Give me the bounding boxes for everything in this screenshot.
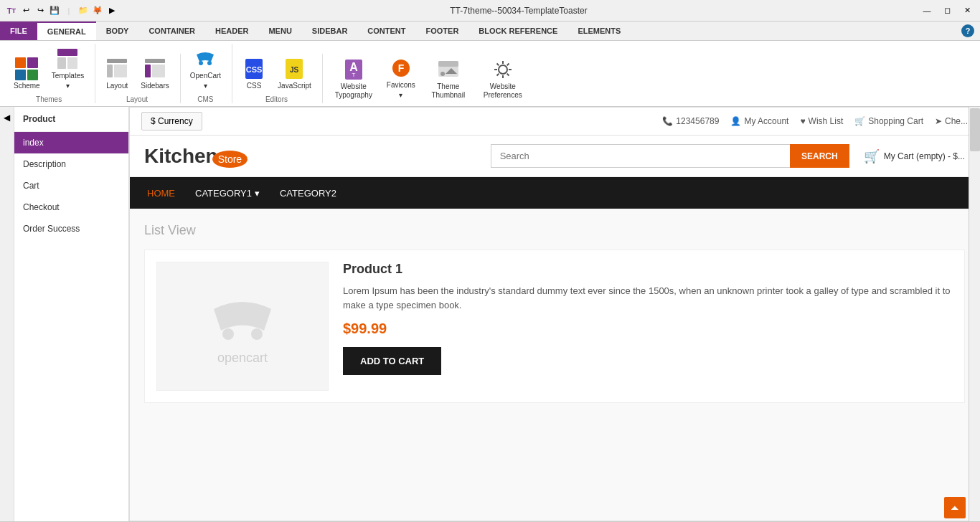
scheme-button[interactable]: Scheme [9, 54, 45, 94]
sidebar-header: Product [14, 107, 128, 132]
launch-icon[interactable]: ▶ [106, 5, 118, 16]
shopping-cart-info[interactable]: 🛒 Shopping Cart [854, 116, 923, 126]
sidebar-item-checkout-label: Checkout [23, 202, 60, 212]
open-local-btn[interactable]: 📁 [77, 5, 89, 16]
title-bar-left: TT ↩ ↪ 💾 | 📁 🦊 ▶ [6, 5, 118, 16]
account-info[interactable]: 👤 My Account [730, 116, 788, 126]
tab-container[interactable]: CONTAINER [138, 22, 205, 40]
tab-file[interactable]: FILE [0, 22, 37, 40]
redo-btn[interactable]: ↪ [34, 5, 46, 16]
tab-elements[interactable]: ELEMENTS [567, 22, 631, 40]
tab-sidebar[interactable]: SIDEBAR [302, 22, 358, 40]
themes-group-label: Themes [9, 95, 89, 103]
nav-category1-arrow: ▾ [255, 188, 260, 199]
opencart-button[interactable]: OpenCart ▾ [185, 44, 226, 94]
tab-block-reference[interactable]: BLOCK REFERENCE [468, 22, 567, 40]
extra-items: A T Website Typography F Favicons ▾ [327, 53, 529, 103]
svg-point-9 [199, 61, 203, 65]
product-image-placeholder: opencart [207, 288, 278, 366]
nav-item-home[interactable]: HOME [144, 179, 178, 207]
website-typography-button[interactable]: A T Website Typography [327, 54, 380, 103]
product-description: Lorem Ipsum has been the industry's stan… [343, 284, 953, 312]
opencart-watermark: opencart [217, 351, 268, 366]
product-image: opencart [156, 262, 329, 391]
cart-header-icon: 🛒 [864, 148, 880, 164]
ribbon-group-cms: OpenCart ▾ CMS [182, 44, 232, 103]
tab-footer[interactable]: FOOTER [416, 22, 469, 40]
nav-item-category1[interactable]: CATEGORY1 ▾ [192, 179, 263, 207]
svg-point-10 [207, 61, 212, 65]
nav-item-category2[interactable]: CATEGORY2 [277, 179, 339, 207]
sidebar-item-description-label: Description [23, 159, 66, 169]
layout-button[interactable]: Layout [100, 54, 134, 94]
tab-content[interactable]: CONTENT [357, 22, 415, 40]
sidebar-collapse-btn[interactable]: ◀ [0, 107, 14, 521]
phone-icon: 📞 [662, 116, 673, 126]
close-btn[interactable]: ✕ [960, 5, 974, 16]
svg-point-24 [222, 328, 234, 340]
tab-general[interactable]: GENERAL [37, 22, 96, 40]
help-icon[interactable]: ? [961, 24, 974, 37]
shopping-cart-label: Shopping Cart [868, 116, 923, 126]
javascript-button[interactable]: JS JavaScript [273, 54, 316, 94]
tab-body[interactable]: BODY [96, 22, 139, 40]
search-button-label: SEARCH [801, 151, 838, 161]
tab-menu[interactable]: MENU [258, 22, 301, 40]
sidebar-item-order-success[interactable]: Order Success [14, 218, 128, 239]
window-title: TT-7theme--50034-TemplateToaster [118, 6, 920, 16]
add-to-cart-button[interactable]: ADD TO CART [343, 347, 441, 375]
scroll-to-top-btn[interactable]: ⏶ [944, 497, 966, 518]
theme-thumbnail-button[interactable]: Theme Thumbnail [422, 54, 475, 103]
ribbon-group-themes: Scheme Templates ▾ Themes [6, 44, 95, 103]
sidebar-item-cart-label: Cart [23, 181, 39, 191]
checkout-info[interactable]: ➤ Che... [935, 116, 968, 126]
wishlist-info[interactable]: ♥ Wish List [800, 116, 843, 126]
wishlist-label: Wish List [809, 116, 844, 126]
nav-category2-label: CATEGORY2 [280, 188, 336, 199]
collapse-icon: ◀ [4, 113, 10, 123]
minimize-btn[interactable]: — [920, 5, 934, 16]
favicons-button[interactable]: F Favicons ▾ [382, 53, 420, 103]
ribbon-tabs: FILE GENERAL BODY CONTAINER HEADER MENU … [0, 22, 980, 41]
opencart-label: OpenCart [190, 72, 221, 80]
title-bar: TT ↩ ↪ 💾 | 📁 🦊 ▶ TT-7theme--50034-Templa… [0, 0, 980, 22]
currency-label: Currency [158, 116, 193, 126]
css-button[interactable]: CSS CSS [237, 54, 271, 94]
search-button[interactable]: SEARCH [790, 144, 849, 168]
browser-icon[interactable]: 🦊 [92, 5, 103, 16]
editors-group-label: Editors [237, 95, 316, 103]
app-icon: TT [6, 5, 17, 16]
themes-items: Scheme Templates ▾ [9, 44, 89, 94]
sidebar-item-index[interactable]: index [14, 132, 128, 153]
heart-icon: ♥ [800, 116, 805, 126]
cart-header-info[interactable]: 🛒 My Cart (empty) - $... [864, 148, 965, 164]
sidebar-item-checkout[interactable]: Checkout [14, 196, 128, 218]
search-input[interactable] [491, 144, 790, 168]
cart-header-text: My Cart (empty) - $... [884, 151, 965, 161]
vertical-scrollbar[interactable] [969, 107, 980, 521]
sidebar-item-description[interactable]: Description [14, 153, 128, 175]
left-sidebar: Product index Description Cart Checkout … [14, 107, 129, 521]
list-view-title: List View [144, 223, 965, 238]
save-btn[interactable]: 💾 [49, 5, 60, 16]
currency-button[interactable]: $ Currency [141, 112, 202, 130]
logo-sub-text: Store [212, 151, 248, 168]
website-preferences-button[interactable]: Website Preferences [476, 54, 529, 103]
tab-header[interactable]: HEADER [205, 22, 258, 40]
templates-label: Templates [52, 72, 85, 80]
svg-point-23 [499, 65, 507, 74]
scrollbar-thumb[interactable] [970, 108, 980, 151]
sidebar-item-cart[interactable]: Cart [14, 175, 128, 196]
logo-main-text: Kitchen [144, 145, 218, 168]
sidebars-button[interactable]: Sidebars [136, 54, 174, 94]
undo-btn[interactable]: ↩ [20, 5, 32, 16]
templates-button[interactable]: Templates ▾ [47, 44, 90, 94]
currency-icon: $ [151, 116, 156, 126]
restore-btn[interactable]: ◻ [940, 5, 954, 16]
svg-rect-3 [107, 59, 127, 63]
svg-rect-21 [438, 61, 458, 67]
main-area: ◀ Product index Description Cart Checkou… [0, 107, 980, 521]
svg-point-22 [440, 72, 445, 76]
svg-rect-6 [145, 59, 165, 63]
svg-text:T: T [352, 72, 355, 78]
